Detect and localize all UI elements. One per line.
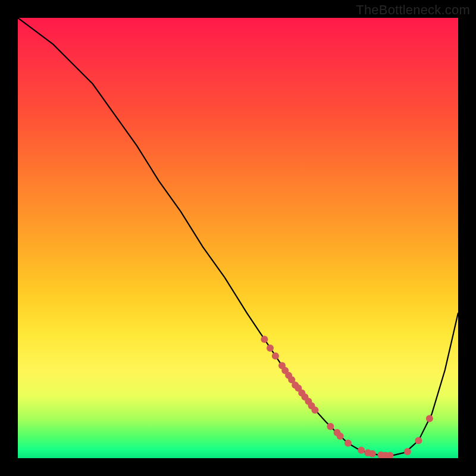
bottleneck-curve xyxy=(18,18,458,456)
marker-dot xyxy=(426,415,433,422)
chart-container: TheBottleneck.com xyxy=(0,0,476,476)
marker-dot xyxy=(261,336,268,343)
marker-dot xyxy=(327,423,334,430)
marker-dot xyxy=(358,447,365,454)
marker-dot xyxy=(404,448,411,455)
marker-dot xyxy=(267,345,274,352)
markers xyxy=(261,336,433,458)
marker-dot xyxy=(345,440,352,447)
marker-dot xyxy=(337,433,344,440)
marker-dot xyxy=(272,352,279,359)
chart-svg xyxy=(18,18,458,458)
plot-area xyxy=(18,18,458,458)
marker-dot xyxy=(415,437,422,444)
watermark-label: TheBottleneck.com xyxy=(356,2,470,18)
marker-dot xyxy=(312,406,319,414)
marker-dot xyxy=(369,450,376,458)
